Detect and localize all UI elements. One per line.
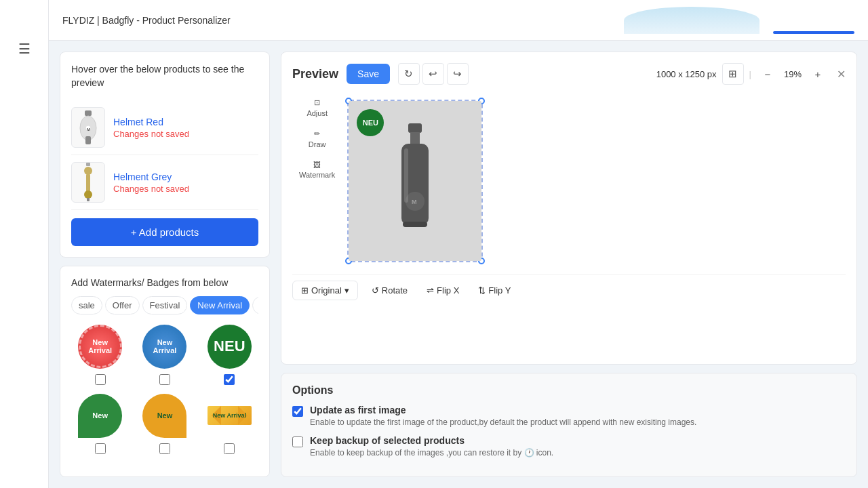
grid-view-button[interactable]: ⊞ <box>722 63 744 85</box>
zoom-out-button[interactable]: − <box>757 63 778 85</box>
badge-checkbox-1[interactable] <box>95 374 106 385</box>
tab-sale[interactable]: sale <box>71 296 102 314</box>
svg-rect-15 <box>403 222 427 227</box>
tab-new-arrival[interactable]: New Arrival <box>190 296 250 314</box>
badge-checkbox-2[interactable] <box>159 374 170 385</box>
product-thumb-helmet-red: M <box>71 107 105 148</box>
preview-header: Preview Save ↻ ↩ ↪ 1000 x 1250 px ⊞ | − … <box>292 63 846 85</box>
badge-item-6: New Arrival <box>201 392 258 454</box>
options-title: Options <box>292 384 846 396</box>
toolbar-icons: ↻ ↩ ↪ <box>398 63 469 85</box>
option-desc-1: Enable to update the first image of the … <box>310 417 696 428</box>
save-button[interactable]: Save <box>347 64 390 84</box>
top-bar-decoration <box>624 7 760 34</box>
bottle-svg: M <box>388 120 442 242</box>
option-info-1: Update as first image Enable to update t… <box>310 405 696 428</box>
original-icon: ⊞ <box>301 285 309 296</box>
product-info-helment-grey: Helment Grey Changes not saved <box>113 171 258 194</box>
product-status-helmet-red: Changes not saved <box>113 129 258 139</box>
original-button[interactable]: ⊞ Original ▾ <box>292 281 358 300</box>
menu-icon[interactable]: ☰ <box>18 41 31 57</box>
badge-blue-star: NewArrival <box>142 325 186 369</box>
option-row-1: Update as first image Enable to update t… <box>292 405 846 428</box>
flip-y-icon: ⇅ <box>478 285 486 296</box>
watermarks-card: Add Watermarks/ Badges from below sale O… <box>60 266 270 477</box>
sidebar: ☰ <box>0 0 49 488</box>
top-bar-right <box>624 7 854 34</box>
left-panel: Hover over the below products to see the… <box>60 52 270 477</box>
badge-img-4: New <box>77 392 124 439</box>
watermark-tool[interactable]: 🖼 Watermark <box>292 155 342 184</box>
draw-icon: ✏ <box>314 129 320 138</box>
svg-rect-14 <box>404 148 408 203</box>
canvas-inner: NEU <box>349 101 481 261</box>
separator: | <box>749 69 751 79</box>
close-button[interactable]: ✕ <box>837 68 846 81</box>
undo-button[interactable]: ↩ <box>422 63 444 85</box>
svg-rect-3 <box>85 136 91 144</box>
draw-tool[interactable]: ✏ Draw <box>292 124 342 154</box>
adjust-tool[interactable]: ⊡ Adjust <box>292 93 342 123</box>
zoom-in-button[interactable]: + <box>807 63 829 85</box>
badge-checkbox-3[interactable] <box>224 374 235 385</box>
flip-x-button[interactable]: ⇌ Flip X <box>421 281 465 300</box>
svg-text:M: M <box>87 127 90 131</box>
svg-point-9 <box>84 190 92 199</box>
top-bar-blue-line <box>773 31 854 34</box>
content-area: Hover over the below products to see the… <box>49 41 868 488</box>
tools-column: ⊡ Adjust ✏ Draw 🖼 Watermark <box>292 93 347 269</box>
refresh-button[interactable]: ↻ <box>398 63 420 85</box>
svg-rect-10 <box>87 198 90 201</box>
options-card: Options Update as first image Enable to … <box>281 373 857 477</box>
badge-item-3: NEU <box>201 323 258 385</box>
product-status-helment-grey: Changes not saved <box>113 184 258 194</box>
products-card-title: Hover over the below products to see the… <box>71 63 258 89</box>
badges-grid: NewArrival NewArrival <box>71 323 258 454</box>
main-content: FLYDIZ | Badgfly - Product Personalizer … <box>49 0 868 488</box>
draw-label: Draw <box>309 140 326 148</box>
badge-img-5: New <box>141 392 189 439</box>
flip-x-label: Flip X <box>437 285 459 296</box>
flip-y-label: Flip Y <box>488 285 511 296</box>
option-desc-2: Enable to keep backup of the images ,you… <box>310 447 553 459</box>
flip-x-icon: ⇌ <box>427 285 434 296</box>
badge-checkbox-4[interactable] <box>95 443 106 454</box>
tab-festival[interactable]: Festival <box>142 296 188 314</box>
product-name-helment-grey[interactable]: Helment Grey <box>113 171 258 182</box>
products-card: Hover over the below products to see the… <box>60 52 270 258</box>
product-item-helmet-red: M Helmet Red Changes not saved <box>71 100 258 155</box>
option-label-1: Update as first image <box>310 405 696 415</box>
svg-rect-12 <box>410 132 420 144</box>
option-checkbox-1[interactable] <box>292 406 303 417</box>
badge-ribbon: New Arrival <box>208 406 252 425</box>
badge-img-6: New Arrival <box>205 392 253 439</box>
watermark-label: Watermark <box>299 171 335 179</box>
preview-card: Preview Save ↻ ↩ ↪ 1000 x 1250 px ⊞ | − … <box>281 52 857 365</box>
preview-dimensions: 1000 x 1250 px <box>656 69 717 79</box>
product-name-helmet-red[interactable]: Helmet Red <box>113 117 258 127</box>
badge-checkbox-6[interactable] <box>224 443 235 454</box>
tab-sold-out[interactable]: Sold Out <box>252 296 258 314</box>
option-checkbox-2[interactable] <box>292 436 303 447</box>
flip-y-button[interactable]: ⇅ Flip Y <box>473 281 516 300</box>
badge-img-2: NewArrival <box>141 323 189 370</box>
badge-img-3: NEU <box>205 323 253 370</box>
preview-content: ⊡ Adjust ✏ Draw 🖼 Watermark <box>292 93 846 269</box>
option-info-2: Keep backup of selected products Enable … <box>310 435 553 459</box>
preview-area: NEU <box>347 93 483 269</box>
preview-title: Preview <box>292 67 338 81</box>
redo-button[interactable]: ↪ <box>447 63 469 85</box>
badge-checkbox-5[interactable] <box>159 443 170 454</box>
tabs-row: sale Offer Festival New Arrival Sold Out… <box>71 296 258 314</box>
tab-offer[interactable]: Offer <box>105 296 140 314</box>
badge-item-5: New <box>136 392 193 454</box>
svg-text:M: M <box>412 199 417 205</box>
top-bar: FLYDIZ | Badgfly - Product Personalizer <box>49 0 868 41</box>
product-thumb-helment-grey <box>71 162 105 203</box>
badge-img-1: NewArrival <box>77 323 124 370</box>
rotate-icon: ↺ <box>372 285 379 296</box>
watermarks-title: Add Watermarks/ Badges from below <box>71 277 258 288</box>
rotate-button[interactable]: ↺ Rotate <box>366 281 413 300</box>
svg-rect-11 <box>408 123 422 133</box>
add-products-button[interactable]: + Add products <box>71 218 258 246</box>
